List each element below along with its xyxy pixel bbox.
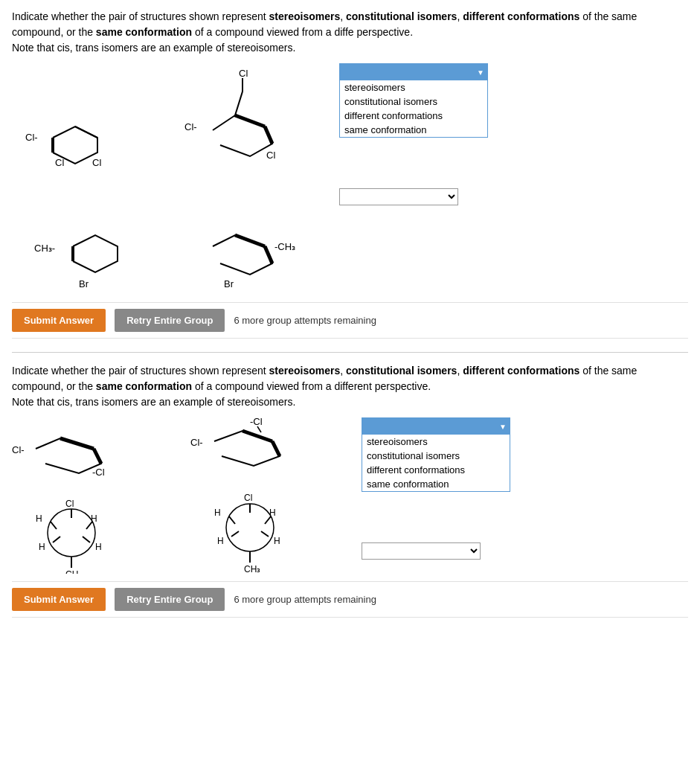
option-different-2[interactable]: different conformations bbox=[362, 463, 510, 477]
structures-row-1: Cl- Cl Cl Cl Cl- Cl bbox=[12, 63, 688, 205]
action-row-2: Submit Answer Retry Entire Group 6 more … bbox=[12, 581, 688, 618]
svg-text:Cl-: Cl- bbox=[25, 132, 38, 143]
svg-text:-Cl: -Cl bbox=[250, 417, 263, 427]
svg-text:CH₃: CH₃ bbox=[244, 564, 260, 574]
question-block-2: Indicate whether the pair of structures … bbox=[12, 363, 688, 618]
svg-text:Cl: Cl bbox=[92, 157, 101, 168]
structures-row-1b: CH₃- Br -CH₃ Br bbox=[34, 213, 688, 295]
structure-1b: Cl Cl- Cl bbox=[168, 63, 317, 190]
structure-2b: Cl- -Cl Cl H H C bbox=[190, 417, 339, 574]
svg-text:H: H bbox=[217, 536, 224, 546]
svg-line-21 bbox=[94, 449, 101, 464]
svg-text:Cl: Cl bbox=[55, 157, 64, 168]
svg-text:H: H bbox=[95, 542, 102, 552]
structure-2a: Cl- -Cl Cl H H C bbox=[12, 425, 161, 574]
dropdown-area-1: ▼ stereoisomers constitutional isomers d… bbox=[339, 63, 488, 205]
svg-line-11 bbox=[235, 92, 243, 115]
structures-left-2: Cl- -Cl Cl H H C bbox=[12, 417, 339, 574]
svg-text:H: H bbox=[269, 508, 276, 518]
dropdown2-wrapper-2: stereoisomers constitutional isomers dif… bbox=[362, 542, 510, 560]
retry-button-1[interactable]: Retry Entire Group bbox=[115, 309, 225, 332]
svg-text:H: H bbox=[36, 513, 42, 524]
svg-text:-CH₃: -CH₃ bbox=[274, 241, 295, 252]
structures-row-2: Cl- -Cl Cl H H C bbox=[12, 417, 688, 574]
select-answer-1[interactable]: stereoisomers constitutional isomers dif… bbox=[339, 188, 458, 205]
svg-line-8 bbox=[265, 127, 272, 144]
option-same-2[interactable]: same conformation bbox=[362, 477, 510, 491]
svg-line-20 bbox=[60, 438, 94, 449]
svg-line-26 bbox=[83, 537, 90, 542]
instructions-2: Indicate whether the pair of structures … bbox=[12, 363, 688, 410]
svg-text:H: H bbox=[274, 536, 280, 546]
svg-line-4 bbox=[75, 127, 97, 138]
action-row-1: Submit Answer Retry Entire Group 6 more … bbox=[12, 302, 688, 339]
retry-button-2[interactable]: Retry Entire Group bbox=[115, 588, 225, 611]
dropdown2-wrapper-1: stereoisomers constitutional isomers dif… bbox=[339, 188, 488, 205]
svg-text:Cl-: Cl- bbox=[184, 121, 197, 132]
option-constitutional-1[interactable]: constitutional isomers bbox=[340, 95, 487, 109]
dropdown-selected-1[interactable]: ▼ bbox=[340, 64, 487, 80]
select-answer-2[interactable]: stereoisomers constitutional isomers dif… bbox=[362, 542, 481, 560]
dropdown-selected-2[interactable]: ▼ bbox=[362, 418, 510, 435]
instructions-1: Indicate whether the pair of structures … bbox=[12, 9, 688, 56]
svg-text:H: H bbox=[91, 513, 97, 524]
svg-text:Cl-: Cl- bbox=[12, 444, 25, 455]
svg-line-38 bbox=[272, 441, 280, 456]
svg-text:Cl-: Cl- bbox=[190, 437, 203, 448]
option-different-1[interactable]: different conformations bbox=[340, 109, 487, 123]
svg-line-28 bbox=[51, 522, 57, 529]
divider bbox=[12, 352, 688, 353]
structures-left-1: Cl- Cl Cl Cl Cl- Cl bbox=[12, 63, 317, 190]
svg-text:Cl: Cl bbox=[266, 150, 275, 161]
svg-text:Cl: Cl bbox=[65, 499, 74, 509]
svg-text:H: H bbox=[39, 542, 45, 552]
svg-line-37 bbox=[243, 431, 272, 441]
dropdown-open-2[interactable]: ▼ stereoisomers constitutional isomers d… bbox=[362, 417, 510, 492]
svg-line-25 bbox=[53, 537, 60, 542]
svg-line-43 bbox=[231, 531, 239, 537]
submit-button-2[interactable]: Submit Answer bbox=[12, 588, 106, 611]
question-block-1: Indicate whether the pair of structures … bbox=[12, 9, 688, 339]
svg-text:Cl: Cl bbox=[239, 68, 248, 79]
option-stereoisomers-2[interactable]: stereoisomers bbox=[362, 435, 510, 449]
svg-text:CH₃: CH₃ bbox=[65, 569, 82, 574]
option-constitutional-2[interactable]: constitutional isomers bbox=[362, 449, 510, 463]
structure-ch3br-left: CH₃- Br bbox=[34, 213, 153, 295]
svg-text:Br: Br bbox=[79, 278, 89, 289]
structure-ch3br-right: -CH₃ Br bbox=[190, 213, 332, 295]
dropdown-open-1[interactable]: ▼ stereoisomers constitutional isomers d… bbox=[339, 63, 488, 138]
svg-line-44 bbox=[261, 531, 269, 537]
option-stereoisomers-1[interactable]: stereoisomers bbox=[340, 80, 487, 95]
svg-text:CH₃-: CH₃- bbox=[34, 243, 55, 254]
svg-line-40 bbox=[257, 426, 261, 432]
option-same-1[interactable]: same conformation bbox=[340, 123, 487, 137]
attempts-text-1: 6 more group attempts remaining bbox=[234, 315, 376, 326]
dropdown-arrow-2: ▼ bbox=[499, 423, 507, 431]
svg-text:Br: Br bbox=[224, 278, 234, 289]
attempts-text-2: 6 more group attempts remaining bbox=[234, 594, 376, 605]
dropdown-arrow-1: ▼ bbox=[477, 68, 484, 77]
submit-button-1[interactable]: Submit Answer bbox=[12, 309, 106, 332]
svg-text:H: H bbox=[214, 508, 221, 518]
svg-text:-Cl: -Cl bbox=[92, 467, 105, 478]
svg-line-15 bbox=[235, 235, 265, 246]
svg-line-7 bbox=[235, 115, 265, 127]
structure-1a: Cl- Cl Cl bbox=[12, 71, 138, 190]
svg-line-16 bbox=[265, 246, 272, 263]
dropdown-area-2: ▼ stereoisomers constitutional isomers d… bbox=[362, 417, 510, 560]
svg-line-46 bbox=[229, 516, 235, 524]
svg-text:Cl: Cl bbox=[244, 493, 252, 503]
